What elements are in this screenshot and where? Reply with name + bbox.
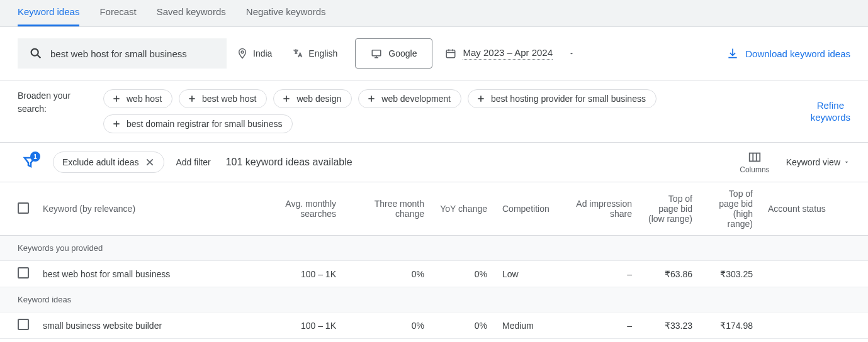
filter-badge: 1 <box>30 152 40 162</box>
col-account-status[interactable]: Account status <box>760 182 868 236</box>
language-filter[interactable]: English <box>282 38 347 69</box>
cell-three-month: 0% <box>344 312 432 339</box>
col-keyword[interactable]: Keyword (by relevance) <box>35 182 249 236</box>
broaden-chip[interactable]: web design <box>273 89 352 108</box>
chip-label: best domain registrar for small business <box>127 119 282 129</box>
controls-row: 1 Exclude adult ideas Add filter 101 key… <box>0 143 868 182</box>
download-label: Download keyword ideas <box>745 48 850 59</box>
section-header: Keywords you provided <box>0 236 868 261</box>
language-label: English <box>308 48 337 58</box>
broaden-chip[interactable]: best web host <box>179 89 267 108</box>
columns-label: Columns <box>740 165 769 174</box>
svg-rect-3 <box>373 50 381 56</box>
filter-bar: India English Google May 2023 – Apr 2024… <box>0 27 868 80</box>
chip-label: best hosting provider for small business <box>491 94 646 104</box>
download-icon <box>726 47 739 60</box>
svg-point-0 <box>31 49 38 56</box>
exclude-adult-chip[interactable]: Exclude adult ideas <box>53 152 164 173</box>
cell-bid-high: ₹223.90 <box>700 339 760 343</box>
cell-account <box>760 261 868 287</box>
col-bid-low[interactable]: Top of page bid (low range) <box>640 182 700 236</box>
chip-label: best web host <box>202 94 256 104</box>
plus-icon <box>476 94 486 104</box>
chip-label: web development <box>381 94 451 104</box>
filter-button[interactable]: 1 <box>18 150 42 174</box>
add-filter-button[interactable]: Add filter <box>176 157 210 167</box>
exclude-adult-label: Exclude adult ideas <box>62 157 138 167</box>
chevron-down-icon <box>568 50 575 57</box>
plus-icon <box>281 94 291 104</box>
calendar-icon <box>445 48 456 59</box>
cell-bid-high: ₹174.98 <box>700 312 760 339</box>
tab-keyword-ideas[interactable]: Keyword ideas <box>18 6 79 26</box>
broaden-chip[interactable]: best hosting provider for small business <box>468 89 657 108</box>
cell-avg: 100 – 1K <box>249 312 344 339</box>
svg-line-1 <box>38 55 41 58</box>
table-header-row: Keyword (by relevance) Avg. monthly sear… <box>0 182 868 236</box>
network-label: Google <box>388 48 417 58</box>
location-icon <box>237 48 248 59</box>
network-filter[interactable]: Google <box>355 38 432 69</box>
search-icon <box>29 47 43 60</box>
svg-point-2 <box>241 51 244 53</box>
broaden-chip[interactable]: web host <box>103 89 172 108</box>
col-three-month[interactable]: Three month change <box>344 182 432 236</box>
tab-forecast[interactable]: Forecast <box>99 6 136 26</box>
tab-negative-keywords[interactable]: Negative keywords <box>246 6 326 26</box>
row-checkbox[interactable] <box>18 267 29 279</box>
svg-rect-24 <box>750 153 760 162</box>
col-competition[interactable]: Competition <box>495 182 558 236</box>
search-input[interactable] <box>50 48 215 59</box>
keyword-view-label: Keyword view <box>786 157 840 167</box>
col-ad-impression[interactable]: Ad impression share <box>558 182 640 236</box>
svg-rect-6 <box>447 50 456 58</box>
row-checkbox[interactable] <box>18 319 29 330</box>
cell-keyword: best web host for small business <box>35 261 249 287</box>
cell-avg: 100 – 1K <box>249 261 344 287</box>
cell-avg: 100 – 1K <box>249 339 344 343</box>
tab-saved-keywords[interactable]: Saved keywords <box>157 6 226 26</box>
search-box[interactable] <box>18 38 227 69</box>
network-icon <box>371 48 382 59</box>
cell-yoy: 0% <box>432 339 495 343</box>
close-icon[interactable] <box>145 157 155 167</box>
cell-account <box>760 339 868 343</box>
results-table: Keyword (by relevance) Avg. monthly sear… <box>0 182 868 342</box>
broaden-chip[interactable]: best domain registrar for small business <box>103 114 293 133</box>
cell-competition: Medium <box>495 312 558 339</box>
broaden-chip[interactable]: web development <box>358 89 461 108</box>
col-yoy[interactable]: YoY change <box>432 182 495 236</box>
cell-yoy: 0% <box>432 312 495 339</box>
date-range-text: May 2023 – Apr 2024 <box>463 47 553 60</box>
keyword-view-dropdown[interactable]: Keyword view <box>786 157 850 167</box>
cell-ad-imp: – <box>558 339 640 343</box>
chip-label: web host <box>127 94 162 104</box>
cell-bid-low: ₹41.96 <box>640 339 700 343</box>
plus-icon <box>111 119 121 129</box>
cell-three-month: 0% <box>344 261 432 287</box>
broaden-label: Broaden yoursearch: <box>18 89 81 116</box>
cell-keyword: small business website builder <box>35 312 249 339</box>
translate-icon <box>292 48 303 59</box>
select-all-checkbox[interactable] <box>18 202 29 214</box>
table-row: best web host for small business100 – 1K… <box>0 261 868 287</box>
broaden-chips: web hostbest web hostweb designweb devel… <box>103 89 781 133</box>
cell-bid-low: ₹63.86 <box>640 261 700 287</box>
download-button[interactable]: Download keyword ideas <box>726 47 850 60</box>
section-header: Keyword ideas <box>0 287 868 312</box>
cell-yoy: 0% <box>432 261 495 287</box>
columns-button[interactable]: Columns <box>740 150 769 174</box>
date-range-filter[interactable]: May 2023 – Apr 2024 <box>440 47 580 60</box>
plus-icon <box>111 94 121 104</box>
location-filter[interactable]: India <box>227 38 282 69</box>
cell-ad-imp: – <box>558 261 640 287</box>
cell-competition: Medium <box>495 339 558 343</box>
col-bid-high[interactable]: Top of page bid (high range) <box>700 182 760 236</box>
cell-ad-imp: – <box>558 312 640 339</box>
results-table-wrap: Keyword (by relevance) Avg. monthly sear… <box>0 182 868 342</box>
chip-label: web design <box>296 94 341 104</box>
cell-bid-low: ₹33.23 <box>640 312 700 339</box>
refine-keywords-button[interactable]: Refinekeywords <box>811 99 850 124</box>
col-avg-searches[interactable]: Avg. monthly searches <box>249 182 344 236</box>
plus-icon <box>366 94 376 104</box>
